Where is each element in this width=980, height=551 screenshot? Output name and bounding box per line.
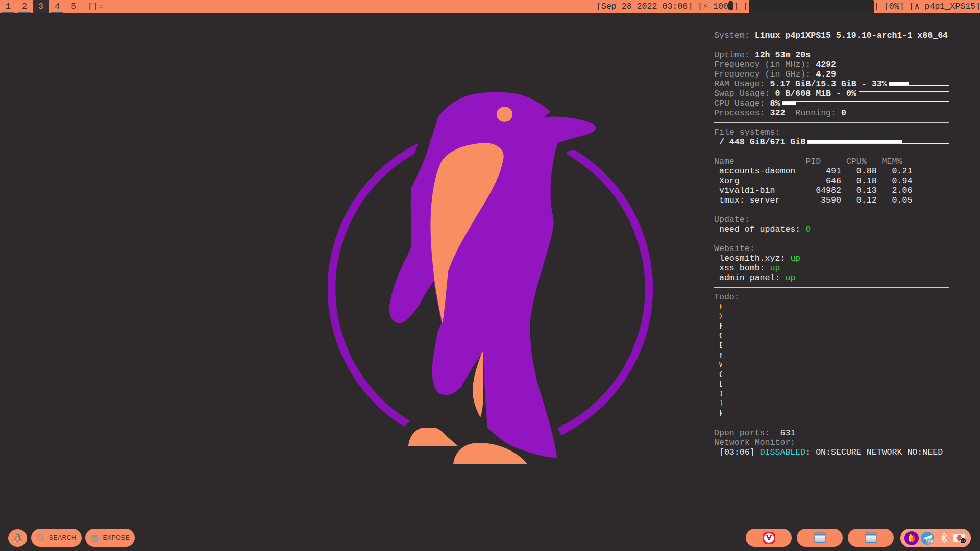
svg-text:26: 26 (928, 538, 934, 544)
svg-text:17: 17 (961, 539, 966, 543)
